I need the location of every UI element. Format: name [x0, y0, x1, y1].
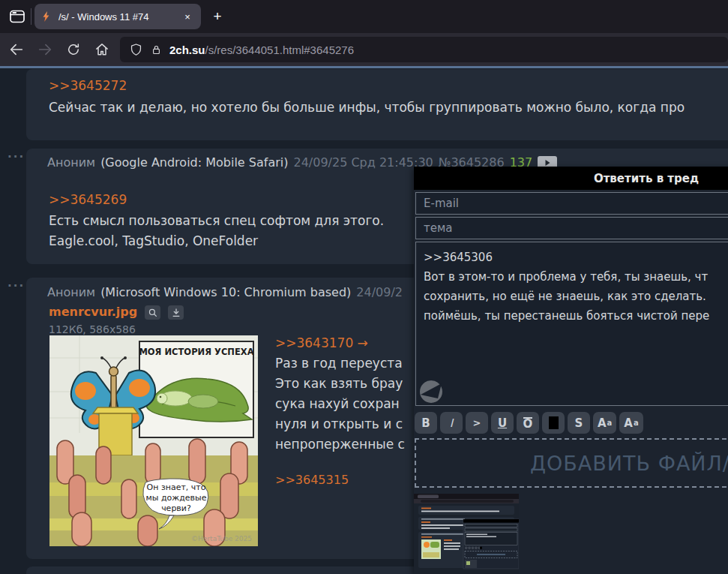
subject-field[interactable]: [415, 217, 728, 239]
tab-bar: /s/ - Windows 11 #74 × +: [0, 0, 728, 33]
url-domain: 2ch.su: [169, 44, 205, 56]
new-tab-button[interactable]: +: [207, 6, 228, 27]
tab-separator: [31, 8, 31, 25]
spoiler-button[interactable]: [542, 412, 565, 434]
firefox-view-button[interactable]: [6, 5, 28, 28]
attached-screenshot-thumbnail: [414, 494, 519, 574]
reply-link[interactable]: >>3643170 →: [275, 335, 368, 350]
post-menu-handle[interactable]: ···: [7, 569, 25, 574]
firefox-view-icon: [8, 8, 26, 26]
post-body: Сейчас так и делаю, но хотело бы больше …: [49, 100, 685, 115]
post-date: 24/09/25 Срд 21:45:30: [293, 155, 433, 170]
post-menu-handle[interactable]: ···: [7, 279, 25, 293]
tab-close-button[interactable]: ×: [180, 9, 195, 24]
reload-button[interactable]: [61, 38, 85, 62]
forward-button[interactable]: [33, 38, 57, 62]
post-body-line: Это как взять брау: [275, 376, 403, 391]
comment-textarea[interactable]: >>3645306 Вот в этом-то и проблема у теб…: [415, 242, 728, 406]
comic-image: МОЯ ИСТОРИЯ УСПЕХА: [49, 335, 258, 546]
strike-button[interactable]: S: [568, 412, 590, 434]
poster-name: Аноним: [47, 285, 95, 299]
reply-form-title: Ответить в тред: [594, 172, 699, 185]
file-meta: 112Кб, 586x586: [49, 323, 136, 335]
spoiler-swatch: [549, 416, 559, 429]
poster-name: Аноним: [47, 155, 95, 170]
post-body-line: сука нахуй сохран: [275, 396, 400, 411]
home-icon: [94, 42, 109, 57]
email-field[interactable]: [415, 192, 728, 215]
url-bar[interactable]: 2ch.su/s/res/3644051.html#3645276: [120, 37, 728, 62]
tracking-shield-icon[interactable]: [129, 43, 143, 57]
unread-divider: [0, 66, 728, 68]
file-row: menrcvur.jpg: [49, 305, 184, 320]
reload-icon: [66, 42, 81, 57]
reply-link[interactable]: >>3645315: [275, 473, 349, 487]
italic-button[interactable]: I: [440, 412, 463, 434]
post-image-thumbnail[interactable]: МОЯ ИСТОРИЯ УСПЕХА: [49, 335, 258, 546]
quote-button[interactable]: >: [466, 412, 488, 434]
comic-bubble-line: мы дождевые: [145, 493, 206, 503]
comic-watermark: ©HertaTube 2025: [191, 535, 252, 542]
underline-button[interactable]: U: [491, 412, 514, 434]
site-favicon-bolt-icon: [40, 11, 52, 23]
superscript-button[interactable]: Aa: [593, 412, 616, 434]
tab-title: /s/ - Windows 11 #74: [58, 11, 180, 23]
file-name-link[interactable]: menrcvur.jpg: [49, 305, 137, 319]
format-toolbar: B I > U O S Aa Aa: [415, 412, 643, 434]
lock-icon[interactable]: [150, 44, 163, 56]
url-text: 2ch.su/s/res/3644051.html#3645276: [169, 44, 354, 56]
post-body-line: непроперженные с: [275, 437, 405, 452]
post-3645276: >>3645272 Сейчас так и делаю, но хотело …: [26, 69, 728, 140]
add-file-dropzone[interactable]: ДОБАВИТЬ ФАЙЛ/СТ: [415, 438, 728, 488]
play-icon: [543, 158, 552, 167]
attached-file-preview[interactable]: [414, 494, 519, 574]
comic-bubble-line: Он знает, что: [147, 482, 206, 492]
poster-agent: (Google Android: Mobile Safari): [100, 155, 288, 170]
reply-link[interactable]: >>3645269: [49, 192, 127, 207]
post-date: 24/09/2: [356, 285, 403, 299]
post-body-line: нуля и открыть и с: [275, 416, 403, 431]
magnifier-icon: [148, 308, 158, 318]
post-body-line: Есть смысл пользоваться спец софтом для …: [49, 213, 384, 228]
tab-active[interactable]: /s/ - Windows 11 #74 ×: [34, 4, 201, 29]
post-body-line: Раз в год переуста: [275, 356, 403, 371]
subscript-button[interactable]: Aa: [619, 412, 643, 434]
reply-link[interactable]: >>3645272: [49, 78, 127, 93]
file-download-button[interactable]: [168, 305, 184, 320]
browser-window: /s/ - Windows 11 #74 × +: [0, 0, 728, 574]
add-file-label: ДОБАВИТЬ ФАЙЛ/СТ: [530, 452, 728, 475]
url-path: /s/res/3644051.html#3645276: [205, 44, 354, 56]
poster-agent: (Microsoft Windows 10: Chromium based): [100, 285, 351, 299]
board-mascot-icon: [418, 379, 444, 407]
comic-bubble-line: черви?: [161, 503, 191, 513]
file-search-button[interactable]: [145, 305, 160, 320]
post-body-line: Eagle.cool, TagStudio, OneFolder: [49, 233, 258, 248]
home-button[interactable]: [90, 38, 114, 62]
back-arrow-icon: [8, 41, 25, 58]
reply-form-popup: Ответить в тред >>3645306 Вот в этом-то …: [414, 167, 728, 574]
overline-button[interactable]: O: [517, 412, 539, 434]
navigation-bar: 2ch.su/s/res/3644051.html#3645276: [0, 33, 728, 66]
forward-arrow-icon: [37, 41, 53, 58]
post-header: Аноним (Microsoft Windows 10: Chromium b…: [47, 285, 403, 299]
bold-button[interactable]: B: [415, 412, 437, 434]
reply-form-titlebar[interactable]: Ответить в тред: [414, 167, 728, 190]
post-menu-handle[interactable]: ···: [7, 150, 25, 164]
download-icon: [171, 308, 181, 318]
back-button[interactable]: [4, 38, 28, 62]
comic-slide-title: МОЯ ИСТОРИЯ УСПЕХА: [139, 347, 253, 357]
